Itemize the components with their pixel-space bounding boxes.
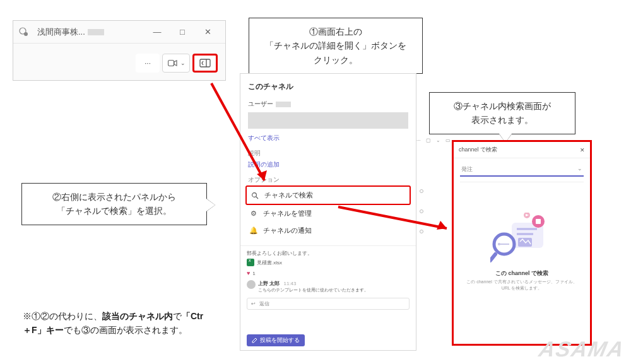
excel-icon — [247, 259, 254, 266]
feed-text: 部長よろしくお願いします。 — [247, 250, 410, 257]
redacted-text — [276, 102, 291, 107]
footnote: ※①②の代わりに、該当のチャネル内で「Ctr＋F」キーでも③の画面が表示されます… — [23, 309, 212, 338]
callout-step-3: ③チャネル内検索画面が 表示されます。 — [429, 92, 575, 134]
more-button[interactable]: ··· — [136, 54, 160, 73]
options-label: オプション — [240, 174, 416, 185]
callout-text: 表示されます。 — [441, 113, 563, 127]
search-header-label: channel で検索 — [459, 146, 497, 154]
callout-step-2: ②右側に表示されたパネルから 「チャネルで検索」を選択。 — [21, 183, 207, 225]
message-row: 上野 太郎 11:43 こちらのテンプレートを使用に使わせていただきます。 — [247, 278, 410, 295]
callout-text: クリック。 — [261, 53, 411, 67]
svg-marker-21 — [437, 221, 447, 230]
svg-rect-12 — [536, 219, 541, 224]
dot-icon — [420, 189, 423, 193]
channel-toolbar: ··· ⌄ — [13, 44, 225, 80]
new-post-button[interactable]: 投稿を開始する — [247, 334, 305, 346]
description-label: 説明 — [240, 148, 416, 159]
chevron-down-icon: ⌄ — [180, 60, 186, 66]
gear-icon: ⚙ — [249, 209, 258, 218]
callout-step-1: ①画面右上の 「チャネルの詳細を開く」ボタンを クリック。 — [249, 18, 423, 74]
message-feed: 部長よろしくお願いします。 見積書.xlsx ♥ 1 上野 太郎 11:43 こ… — [240, 245, 416, 314]
timestamp: 11:43 — [283, 281, 296, 286]
user-section: ユーザー — [240, 97, 416, 111]
compose-icon — [252, 338, 257, 343]
chevron-down-icon: ⌄ — [577, 165, 582, 173]
maximize-button[interactable]: □ — [170, 27, 195, 37]
reply-arrow-icon: ↩ — [251, 301, 256, 307]
message-meta: 上野 太郎 11:43 — [258, 280, 410, 287]
title-text: 浅間商事株... — [37, 26, 85, 38]
file-attachment[interactable]: 見積書.xlsx — [247, 257, 410, 268]
svg-rect-2 — [168, 61, 174, 66]
dot-icon — [420, 209, 423, 213]
channel-details-button[interactable] — [192, 54, 218, 73]
note-text: でも③の画面が表示されます。 — [64, 325, 187, 335]
redacted-block — [248, 112, 408, 129]
chevron-down-icon[interactable]: ⌄ — [436, 138, 440, 143]
callout-text: ①画面右上の — [261, 25, 411, 38]
callout-text: ②右側に表示されたパネルから — [33, 190, 195, 204]
option-label: チャネルの通知 — [263, 226, 312, 235]
channel-search-panel: channel で検索 ✕ 発注 ⌄ この channel で検索 この cha… — [452, 140, 592, 346]
reply-box[interactable]: ↩ 返信 — [247, 298, 410, 310]
panel-icon[interactable]: ▭ — [445, 138, 451, 143]
author-name: 上野 太郎 — [258, 281, 280, 286]
options-list: チャネルで検索 ⚙ チャネルを管理 🔔 チャネルの通知 — [240, 185, 416, 239]
redacted-text — [88, 29, 104, 35]
ellipsis-icon: ··· — [144, 59, 151, 68]
search-panel-header: channel で検索 ✕ — [454, 142, 590, 158]
search-caption: この channel で検索 — [454, 269, 590, 278]
new-post-label: 投稿を開始する — [260, 336, 300, 344]
message-body: こちらのテンプレートを使用に使わせていただきます。 — [258, 287, 410, 293]
dot-icon — [420, 230, 423, 233]
heart-icon[interactable]: ♥ — [247, 270, 250, 276]
video-icon[interactable]: ▢ — [426, 138, 431, 143]
avatar — [247, 280, 256, 289]
titlebar: 浅間商事株... — □ ✕ — [13, 21, 225, 44]
search-icon — [251, 192, 259, 199]
file-name: 見積書.xlsx — [257, 259, 282, 266]
svg-point-5 — [252, 192, 257, 197]
note-bold: 該当のチャネル内 — [102, 311, 173, 321]
reply-label: 返信 — [259, 301, 269, 307]
meet-button[interactable]: ⌄ — [162, 54, 190, 73]
svg-line-15 — [490, 254, 495, 261]
like-count: 1 — [252, 271, 255, 276]
callout-text: 「チャネルの詳細を開く」ボタンを — [261, 38, 411, 52]
search-input[interactable]: 発注 ⌄ — [460, 163, 584, 177]
callout-text: ③チャネル内検索画面が — [441, 99, 563, 113]
reaction-row: ♥ 1 — [247, 268, 410, 278]
window-title: 浅間商事株... — [37, 26, 144, 38]
close-icon[interactable]: ✕ — [580, 147, 585, 153]
user-label: ユーザー — [248, 100, 273, 109]
watermark: ASAMA — [537, 337, 627, 361]
search-subtext: この channel で共有されているメッセージ、ファイル、URL を検索します… — [454, 278, 590, 293]
panel-heading: このチャネル — [240, 74, 416, 97]
option-channel-notifications[interactable]: 🔔 チャネルの通知 — [245, 222, 411, 239]
presence-icon — [18, 26, 30, 38]
minimize-button[interactable]: — — [144, 27, 170, 37]
svg-line-6 — [256, 197, 258, 199]
callout-text: 「チャネルで検索」を選択。 — [33, 204, 195, 218]
note-text: で — [173, 311, 182, 321]
show-all-link[interactable]: すべて表示 — [240, 132, 416, 148]
add-description-link[interactable]: 説明の追加 — [240, 159, 416, 174]
video-icon — [168, 59, 178, 67]
search-illustration — [490, 213, 553, 263]
teams-window: 浅間商事株... — □ ✕ ··· ⌄ — [13, 20, 226, 81]
bell-icon: 🔔 — [249, 226, 258, 235]
ellipsis-icon[interactable]: ··· — [416, 138, 421, 143]
channel-details-panel: このチャネル ユーザー すべて表示 説明 説明の追加 オプション チャネルで検索… — [240, 73, 416, 351]
search-input-text: 発注 — [461, 165, 473, 173]
option-manage-channel[interactable]: ⚙ チャネルを管理 — [245, 205, 411, 222]
note-text: ※①②の代わりに、 — [23, 311, 102, 321]
scroll-dots — [420, 189, 423, 233]
option-label: チャネルを管理 — [263, 209, 312, 218]
svg-point-17 — [498, 243, 500, 245]
close-button[interactable]: ✕ — [195, 27, 220, 37]
panel-open-icon — [199, 59, 211, 68]
option-label: チャネルで検索 — [264, 191, 313, 200]
svg-point-1 — [24, 32, 28, 36]
right-toolbar: ··· ▢ ⌄ ▭ — [416, 134, 451, 146]
option-search-channel[interactable]: チャネルで検索 — [245, 185, 411, 205]
